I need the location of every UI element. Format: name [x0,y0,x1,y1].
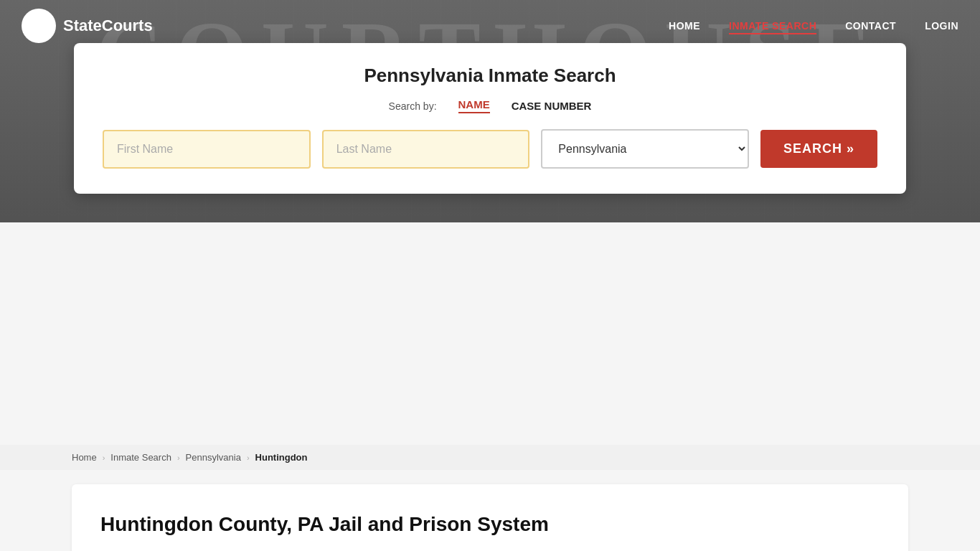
state-select[interactable]: Pennsylvania Alabama Alaska Arizona Arka… [541,129,749,169]
search-button[interactable]: SEARCH » [760,130,877,168]
search-by-label: Search by: [389,100,437,112]
main-content: Huntingdon County, PA Jail and Prison Sy… [72,484,908,551]
search-form: Pennsylvania Alabama Alaska Arizona Arka… [103,129,877,169]
last-name-input[interactable] [322,130,530,169]
search-card-title: Pennsylvania Inmate Search [103,65,877,87]
chevron-icon-2: › [177,453,180,462]
county-title: Huntingdon County, PA Jail and Prison Sy… [100,513,880,536]
chevron-icon-3: › [247,453,250,462]
breadcrumb-home[interactable]: Home [72,452,97,463]
breadcrumb-current: Huntingdon [255,452,308,463]
breadcrumb-inmate-search[interactable]: Inmate Search [110,452,171,463]
nav-login[interactable]: LOGIN [925,20,958,32]
breadcrumb: Home › Inmate Search › Pennsylvania › Hu… [0,445,980,470]
search-tabs: Search by: NAME CASE NUMBER [103,98,877,113]
logo-icon: 🏛 [22,9,56,43]
tab-case-number[interactable]: CASE NUMBER [512,100,592,112]
search-card: Pennsylvania Inmate Search Search by: NA… [74,43,906,194]
header: COURTHOUSE 🏛 StateCourts HOME INMATE SEA… [0,0,980,222]
nav-inmate-search[interactable]: INMATE SEARCH [729,20,816,34]
nav-home[interactable]: HOME [669,20,700,32]
chevron-icon-1: › [103,453,105,462]
first-name-input[interactable] [103,130,311,169]
tab-name[interactable]: NAME [458,98,490,113]
nav-contact[interactable]: CONTACT [845,20,896,32]
site-logo[interactable]: 🏛 StateCourts [22,9,153,43]
breadcrumb-pennsylvania[interactable]: Pennsylvania [186,452,241,463]
nav-menu: HOME INMATE SEARCH CONTACT LOGIN [669,19,958,32]
logo-text: StateCourts [63,17,153,35]
